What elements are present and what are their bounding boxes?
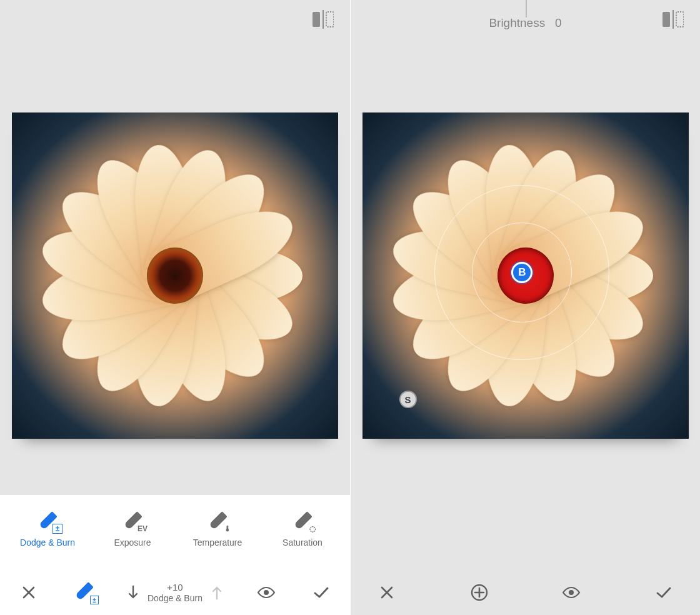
intensity-decrease-button[interactable] <box>125 584 141 601</box>
control-point-saturation[interactable]: S <box>399 391 417 408</box>
compare-icon[interactable] <box>662 10 684 29</box>
intensity-name: Dodge & Burn <box>148 593 202 603</box>
brush-saturation-icon: ◌ <box>290 511 315 532</box>
toolbar-left: ± +10 Dodge & Burn <box>0 570 350 615</box>
intensity-stepper: +10 Dodge & Burn <box>125 582 225 602</box>
control-point-brightness[interactable]: B <box>511 262 532 283</box>
brush-temperature-label: Temperature <box>179 538 256 548</box>
panel-brush-editor: ± Dodge & Burn EV Exposure 🌡 Temperature… <box>0 0 350 615</box>
active-brush-indicator[interactable]: ± <box>70 579 98 606</box>
brush-exposure[interactable]: EV Exposure <box>94 511 171 548</box>
brush-icon: ± <box>71 582 96 603</box>
toolbar-right <box>351 570 700 615</box>
svg-point-3 <box>264 590 269 595</box>
brush-temperature[interactable]: 🌡 Temperature <box>179 511 256 548</box>
photo: B S <box>362 112 689 439</box>
photo-canvas-left[interactable] <box>0 112 350 439</box>
cancel-button[interactable] <box>373 579 401 606</box>
brush-selector-row: ± Dodge & Burn EV Exposure 🌡 Temperature… <box>0 495 350 570</box>
brush-saturation[interactable]: ◌ Saturation <box>264 511 341 548</box>
parameter-readout: Brightness 0 <box>351 16 700 30</box>
svg-rect-6 <box>676 12 684 27</box>
intensity-increase-button[interactable] <box>209 584 225 601</box>
brush-dodge-burn[interactable]: ± Dodge & Burn <box>9 511 86 548</box>
intensity-value: +10 <box>148 582 202 592</box>
panel-selective-editor: Brightness 0 B <box>350 0 700 615</box>
add-point-button[interactable] <box>466 579 493 606</box>
photo <box>12 112 338 439</box>
cancel-button[interactable] <box>15 579 42 606</box>
header-right: Brightness 0 <box>351 0 700 50</box>
compare-icon[interactable] <box>312 10 334 29</box>
svg-rect-0 <box>312 12 320 27</box>
brush-temperature-icon: 🌡 <box>205 511 230 532</box>
svg-rect-2 <box>326 12 334 27</box>
brush-exposure-icon: EV <box>120 511 145 532</box>
svg-rect-4 <box>662 12 670 27</box>
intensity-label: +10 Dodge & Burn <box>148 582 202 602</box>
apply-button[interactable] <box>650 579 678 606</box>
svg-point-8 <box>569 590 574 595</box>
brush-dodge-burn-label: Dodge & Burn <box>9 538 86 548</box>
brush-saturation-label: Saturation <box>264 538 341 548</box>
mask-preview-button[interactable] <box>252 579 280 606</box>
brush-exposure-label: Exposure <box>94 538 171 548</box>
flower-center <box>147 248 203 304</box>
apply-button[interactable] <box>308 579 335 606</box>
brush-dodge-burn-icon: ± <box>35 511 60 532</box>
parameter-name: Brightness <box>489 16 545 29</box>
slider-center-tick <box>526 0 527 18</box>
mask-preview-button[interactable] <box>558 579 585 606</box>
header-left <box>0 0 350 50</box>
parameter-value: 0 <box>555 16 562 29</box>
photo-canvas-right[interactable]: B S <box>351 112 700 439</box>
